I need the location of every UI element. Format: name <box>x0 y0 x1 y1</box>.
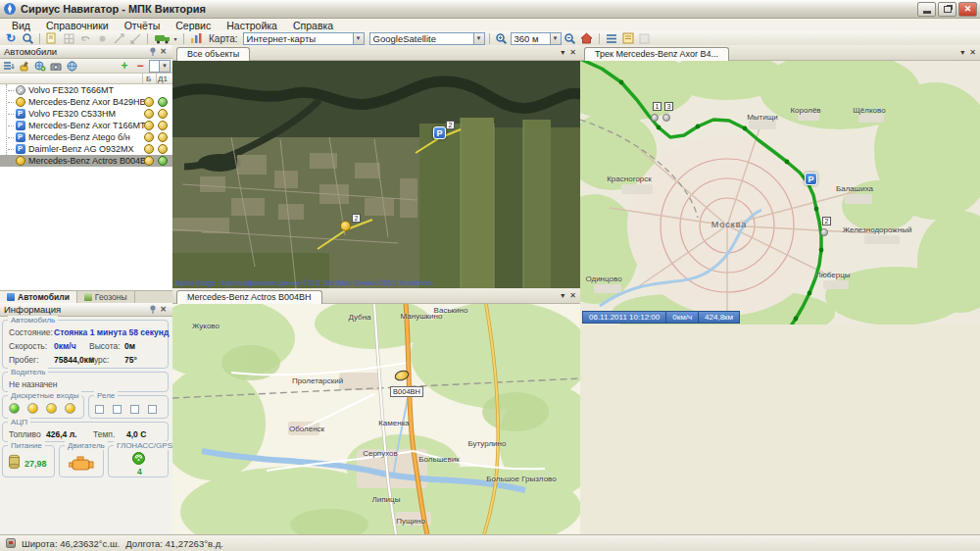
panel-button[interactable] <box>637 31 653 45</box>
vehicle-row[interactable]: Mercedes-Benz Axor В429НВ <box>0 96 172 108</box>
vehicle-position-marker[interactable] <box>393 369 410 382</box>
relay-checkbox-4[interactable] <box>148 405 157 414</box>
menu-item-2[interactable]: Справочники <box>38 20 117 31</box>
sidebar-tab-active[interactable]: Автомобили <box>0 291 77 303</box>
vehicle-row[interactable]: PDaimler-Benz AG О932МХ <box>0 143 172 155</box>
undo-button[interactable] <box>77 31 93 45</box>
status-d1-indicator <box>158 156 168 166</box>
satellite-map[interactable]: P22 Карты Google - Картографические данн… <box>172 61 580 288</box>
vehicle-plate-label[interactable]: В004ВН <box>390 386 423 397</box>
vehicle-menu-button[interactable]: ▾ <box>152 31 179 45</box>
pin-icon[interactable] <box>147 47 158 56</box>
course-label: Курс: <box>89 355 109 365</box>
close-icon[interactable]: ✕ <box>158 47 169 56</box>
tab-track[interactable]: Трек Mercedes-Benz Axor В4... <box>584 47 729 61</box>
note-button[interactable] <box>620 31 636 45</box>
tab-close-icon[interactable]: ✕ <box>569 291 576 300</box>
map-marker-number[interactable]: 2 <box>352 214 361 223</box>
vehicle-row[interactable]: ↗Volvo FE320 Т666МТ <box>0 84 172 96</box>
track-point-number[interactable]: 2 <box>822 217 831 225</box>
add-vehicle-button[interactable]: + <box>118 60 131 73</box>
menu-item-4[interactable]: Сервис <box>168 20 219 31</box>
menu-item-5[interactable]: Настройка <box>219 20 285 31</box>
track-point-number[interactable]: 1 <box>653 102 662 111</box>
power-group: Питание 27,98 <box>2 445 55 477</box>
zoom-level-select[interactable]: 360 м▼ <box>511 32 562 45</box>
tab-menu-icon[interactable]: ▾ <box>561 291 564 300</box>
close-icon[interactable]: ✕ <box>158 305 169 314</box>
pin-icon[interactable] <box>147 305 158 314</box>
gps-value: 4 <box>137 467 142 476</box>
tab-label: Геозоны <box>95 292 127 302</box>
shrink-button[interactable] <box>127 31 143 45</box>
refresh-button[interactable]: ↻ <box>3 31 19 45</box>
toolbar-separator <box>489 33 490 44</box>
map-type-select[interactable]: Интернет-карты▼ <box>243 32 365 45</box>
track-point-number[interactable]: 3 <box>664 102 673 111</box>
track-point-pin[interactable] <box>820 228 828 236</box>
tab-menu-icon[interactable]: ▾ <box>960 48 964 57</box>
chart-button[interactable] <box>188 31 204 45</box>
tab-menu-icon[interactable]: ▾ <box>561 48 564 57</box>
chevron-down-icon[interactable]: ▼ <box>353 33 364 44</box>
chevron-down-icon[interactable]: ▼ <box>550 33 561 44</box>
track-point-pin[interactable] <box>651 114 659 122</box>
list-button[interactable] <box>604 31 619 45</box>
relay-checkbox-1[interactable] <box>95 405 104 414</box>
search-button[interactable] <box>20 31 35 45</box>
vehicle-row[interactable]: PMercedes-Benz Axor Т166МТ <box>0 120 172 131</box>
map-place-label: Липицы <box>372 495 401 504</box>
globe-button[interactable] <box>65 60 78 73</box>
left-sidebar: Автомобили ✕ + − ▼ Б Д1 ↗Volvo FE320 Т66… <box>0 45 172 534</box>
snapshot-button[interactable] <box>49 60 63 73</box>
road-map[interactable]: ДубнаМанушкиноВаськиноЖуковоПролетарский… <box>172 304 580 534</box>
grid-button[interactable] <box>61 31 76 45</box>
show-on-map-button[interactable] <box>33 60 47 73</box>
discrete-input-led-2 <box>27 403 38 414</box>
sort-button[interactable] <box>2 60 16 73</box>
tab-actros-map[interactable]: Mercedes-Benz Actros В004ВН <box>176 290 322 304</box>
vehicle-row[interactable]: PVolvo FE320 С533НМ <box>0 108 172 120</box>
home-button[interactable] <box>579 31 595 45</box>
title-bar[interactable]: Сириус Навигатор - МПК Виктория ✕ <box>0 0 980 19</box>
status-d1-indicator <box>158 132 168 142</box>
menu-item-1[interactable]: Вид <box>4 20 38 31</box>
edit-button[interactable] <box>44 31 60 45</box>
sidebar-tab-inactive[interactable]: Геозоны <box>77 291 135 303</box>
map-marker-vehicle[interactable] <box>340 221 351 231</box>
zoom-in-button[interactable] <box>494 31 510 45</box>
gps-icon <box>132 452 145 467</box>
menu-item-6[interactable]: Справка <box>285 20 341 31</box>
view-mode-select[interactable]: ▼ <box>149 60 171 73</box>
style-button[interactable] <box>18 60 31 73</box>
point-button[interactable] <box>94 31 110 45</box>
track-map[interactable]: МытищиКоролёвЩёлковоБалашихаЖелезнодорож… <box>580 61 980 325</box>
status-d1-indicator <box>158 97 168 107</box>
close-button[interactable]: ✕ <box>958 2 977 17</box>
tab-close-icon[interactable]: ✕ <box>969 48 976 57</box>
map-marker-parking[interactable]: P <box>433 126 446 139</box>
relay-checkbox-3[interactable] <box>130 405 139 414</box>
vehicle-row[interactable]: Mercedes-Benz Actros В004ВН <box>0 155 172 167</box>
track-point-pin[interactable] <box>662 114 670 122</box>
remove-vehicle-button[interactable]: − <box>133 60 147 73</box>
tab-all-objects[interactable]: Все объекты <box>176 47 250 61</box>
window-title: Сириус Навигатор - МПК Виктория <box>21 3 917 15</box>
minimize-button[interactable] <box>917 2 936 17</box>
fuel-label: Топливо <box>9 429 41 439</box>
zoom-out-button[interactable] <box>563 31 578 45</box>
relay-checkbox-2[interactable] <box>113 405 122 414</box>
expand-button[interactable] <box>111 31 126 45</box>
map-provider-select[interactable]: GoogleSatellite▼ <box>369 32 485 45</box>
tab-close-icon[interactable]: ✕ <box>569 48 576 57</box>
chevron-down-icon[interactable]: ▼ <box>473 33 484 44</box>
map-marker-number[interactable]: 2 <box>446 121 455 129</box>
app-icon <box>3 2 17 16</box>
chevron-down-icon[interactable]: ▼ <box>159 61 170 72</box>
map-label: Карта: <box>209 33 238 44</box>
track-parking-marker[interactable]: P <box>805 173 817 185</box>
vehicle-row[interactable]: PMercedes-Benz Atego б/н <box>0 131 172 143</box>
restore-button[interactable] <box>938 2 956 17</box>
menu-item-3[interactable]: Отчёты <box>117 20 169 31</box>
map-place-label: Одинцово <box>585 275 621 283</box>
